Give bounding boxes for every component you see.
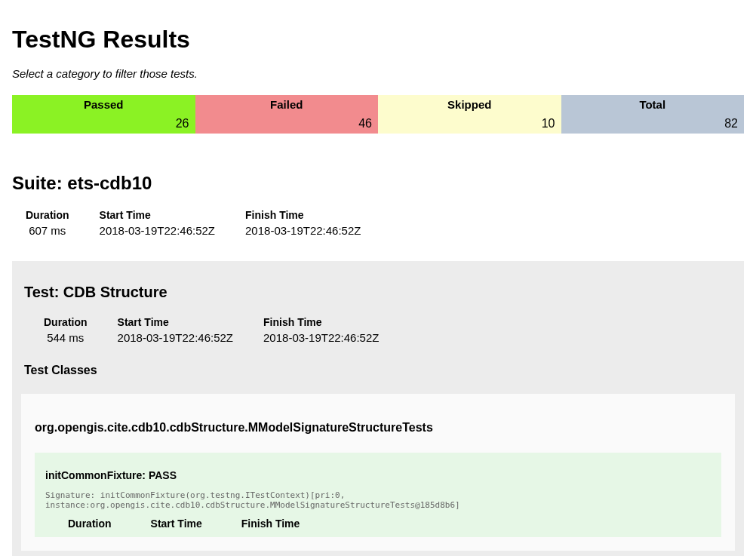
suite-meta-finish-label: Finish Time xyxy=(245,209,391,224)
test-result-heading: initCommonFixture: PASS xyxy=(45,469,711,481)
test-meta-duration-label: Duration xyxy=(44,316,118,331)
summary-header-total[interactable]: Total xyxy=(561,95,745,114)
summary-value-skipped: 10 xyxy=(378,114,561,134)
summary-value-failed: 46 xyxy=(195,114,379,134)
test-meta-table: Duration Start Time Finish Time 544 ms 2… xyxy=(44,316,409,344)
suite-meta-start: 2018-03-19T22:46:52Z xyxy=(100,224,245,237)
suite-meta-duration: 607 ms xyxy=(26,224,100,237)
test-meta-finish-label: Finish Time xyxy=(263,316,409,331)
test-meta-start: 2018-03-19T22:46:52Z xyxy=(118,331,263,344)
suite-meta-table: Duration Start Time Finish Time 607 ms 2… xyxy=(26,209,391,237)
test-meta-finish: 2018-03-19T22:46:52Z xyxy=(263,331,409,344)
test-meta-duration: 544 ms xyxy=(44,331,118,344)
page-subtitle: Select a category to filter those tests. xyxy=(12,67,744,80)
suite-meta-start-label: Start Time xyxy=(100,209,245,224)
test-heading: Test: CDB Structure xyxy=(24,284,735,301)
suite-meta-finish: 2018-03-19T22:46:52Z xyxy=(245,224,391,237)
summary-table: Passed Failed Skipped Total 26 46 10 82 xyxy=(12,95,744,134)
summary-value-total: 82 xyxy=(561,114,745,134)
suite-meta-duration-label: Duration xyxy=(26,209,100,224)
test-meta-start-label: Start Time xyxy=(118,316,263,331)
suite-heading: Suite: ets-cdb10 xyxy=(12,173,744,194)
test-panel: Test: CDB Structure Duration Start Time … xyxy=(12,261,744,556)
test-result-signature: Signature: initCommonFixture(org.testng.… xyxy=(45,490,711,510)
test-classes-label: Test Classes xyxy=(24,364,735,377)
summary-value-passed: 26 xyxy=(12,114,195,134)
result-meta-start-label: Start Time xyxy=(142,518,232,531)
page-title: TestNG Results xyxy=(12,26,744,54)
test-class-panel: org.opengis.cite.cdb10.cdbStructure.MMod… xyxy=(21,394,735,551)
summary-header-passed[interactable]: Passed xyxy=(12,95,195,114)
result-meta-table: Duration Start Time Finish Time xyxy=(59,518,330,531)
test-result-panel: initCommonFixture: PASS Signature: initC… xyxy=(35,453,721,537)
result-meta-duration-label: Duration xyxy=(59,518,142,531)
summary-header-skipped[interactable]: Skipped xyxy=(378,95,561,114)
test-class-heading: org.opengis.cite.cdb10.cdbStructure.MMod… xyxy=(35,421,721,435)
summary-header-failed[interactable]: Failed xyxy=(195,95,379,114)
result-meta-finish-label: Finish Time xyxy=(232,518,330,531)
